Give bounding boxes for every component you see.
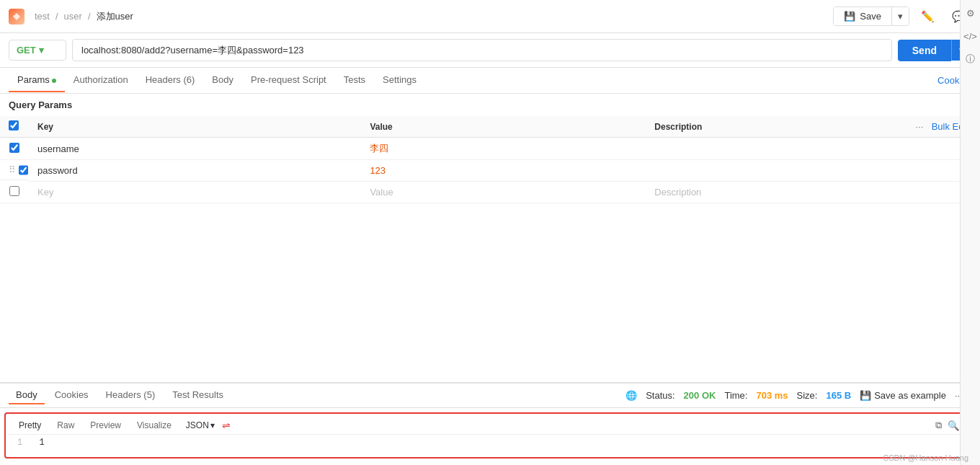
json-format-select[interactable]: JSON ▾ xyxy=(180,419,220,432)
method-chevron: ▾ xyxy=(39,45,44,56)
watermark: CSDN @Hanson Huang xyxy=(883,453,968,462)
edit-icon-button[interactable]: ✏️ xyxy=(915,7,940,26)
response-section: Body Cookies Headers (5) Test Results 🌐 … xyxy=(0,382,971,465)
breadcrumb: test / user / 添加user xyxy=(32,10,833,23)
send-button[interactable]: Send xyxy=(898,40,951,61)
breadcrumb-sep1: / xyxy=(55,11,58,22)
rb-tab-pretty[interactable]: Pretty xyxy=(12,418,48,433)
breadcrumb-test[interactable]: test xyxy=(35,11,50,22)
row2-checkbox[interactable] xyxy=(19,165,28,175)
rb-tab-raw[interactable]: Raw xyxy=(50,418,81,433)
empty-value[interactable]: Value xyxy=(370,187,393,198)
value-column-header: Value xyxy=(361,116,646,138)
method-label: GET xyxy=(17,45,36,56)
tab-tests[interactable]: Tests xyxy=(335,68,374,92)
save-label: Save xyxy=(860,11,881,22)
save-example-button[interactable]: 💾 Save as example xyxy=(860,390,946,401)
status-value: 200 OK xyxy=(684,390,716,401)
save-dropdown[interactable]: ▾ xyxy=(891,7,909,25)
breadcrumb-user[interactable]: user xyxy=(64,11,82,22)
breadcrumb-sep2: / xyxy=(88,11,91,22)
right-panel: ⚙ </> ⓘ xyxy=(960,0,980,465)
tab-authorization[interactable]: Authorization xyxy=(65,68,137,92)
description-column-header: Description xyxy=(646,116,884,138)
rb-tab-visualize[interactable]: Visualize xyxy=(130,418,179,433)
table-row: ⠿ password 123 🗑 xyxy=(0,160,980,182)
tab-settings[interactable]: Settings xyxy=(374,68,425,92)
params-dot xyxy=(52,79,56,83)
method-select[interactable]: GET ▾ xyxy=(9,40,66,61)
right-icon-1[interactable]: ⚙ xyxy=(963,6,978,20)
empty-key[interactable]: Key xyxy=(37,187,53,198)
response-tab-headers[interactable]: Headers (5) xyxy=(99,386,163,404)
response-body: Pretty Raw Preview Visualize JSON ▾ ⇌ ⧉ xyxy=(4,412,967,459)
request-tabs: Params Authorization Headers (6) Body Pr… xyxy=(0,68,980,94)
save-button[interactable]: 💾 Save xyxy=(834,7,891,25)
search-button[interactable]: 🔍 xyxy=(948,420,960,431)
copy-button[interactable]: ⧉ xyxy=(935,420,942,431)
time-value: 703 ms xyxy=(756,390,788,401)
response-value: 1 xyxy=(39,438,44,448)
save-button-group: 💾 Save ▾ xyxy=(833,6,909,26)
empty-description[interactable]: Description xyxy=(654,187,701,198)
empty-row-checkbox[interactable] xyxy=(9,186,19,196)
tab-headers[interactable]: Headers (6) xyxy=(137,68,204,92)
empty-row: Key Value Description xyxy=(0,182,980,203)
row1-checkbox[interactable] xyxy=(9,143,19,153)
json-chevron: ▾ xyxy=(210,420,215,430)
breadcrumb-current: 添加user xyxy=(97,10,133,23)
globe-icon: 🌐 xyxy=(625,390,637,401)
url-input[interactable] xyxy=(72,39,892,61)
app-logo xyxy=(9,9,24,25)
more-button[interactable]: ··· xyxy=(915,121,923,132)
response-content: 1 1 xyxy=(9,435,963,451)
row2-value[interactable]: 123 xyxy=(361,160,646,182)
query-params-title: Query Params xyxy=(0,94,980,116)
save-icon: 💾 xyxy=(844,11,855,22)
table-row: username 李四 xyxy=(0,138,980,160)
tab-pre-request[interactable]: Pre-request Script xyxy=(242,68,335,92)
save-example-icon: 💾 xyxy=(860,390,871,401)
key-column-header: Key xyxy=(29,116,361,138)
drag-handle[interactable]: ⠿ xyxy=(9,164,16,175)
row1-value[interactable]: 李四 xyxy=(361,138,646,160)
response-tab-test-results[interactable]: Test Results xyxy=(165,386,231,404)
row2-description[interactable] xyxy=(646,160,884,182)
line-number: 1 xyxy=(17,438,22,448)
params-table: Key Value Description ··· Bulk Edit user… xyxy=(0,116,980,203)
row2-key[interactable]: password xyxy=(29,160,361,182)
save-example-label: Save as example xyxy=(874,390,946,401)
row1-description[interactable] xyxy=(646,138,884,160)
tab-params[interactable]: Params xyxy=(9,68,65,92)
rb-tab-preview[interactable]: Preview xyxy=(83,418,128,433)
response-tab-cookies[interactable]: Cookies xyxy=(48,386,96,404)
json-label: JSON xyxy=(186,420,209,430)
tab-body[interactable]: Body xyxy=(203,68,242,92)
filter-icon[interactable]: ⇌ xyxy=(222,420,231,431)
select-all-checkbox[interactable] xyxy=(9,120,19,130)
row1-key[interactable]: username xyxy=(29,138,361,160)
size-value: 165 B xyxy=(826,390,851,401)
response-tab-body[interactable]: Body xyxy=(9,386,45,404)
right-icon-3[interactable]: ⓘ xyxy=(963,52,978,66)
right-icon-2[interactable]: </> xyxy=(963,29,978,43)
